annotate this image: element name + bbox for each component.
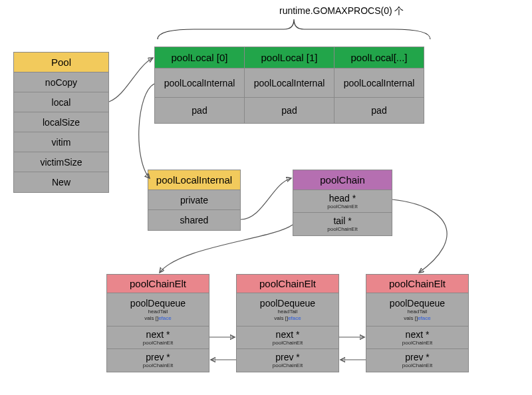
pool-field-victimSize: victimSize: [14, 152, 108, 172]
pool-local-dots-head: poolLocal[...]: [334, 47, 424, 68]
pce0-dq-sub1: headTail: [148, 309, 168, 315]
pool-chain-tail-label: tail *: [333, 215, 351, 226]
pce2-dq-sub1: headTail: [408, 309, 428, 315]
pool-chain-header: poolChain: [293, 170, 392, 190]
pce0-dequeue-label: poolDequeue: [130, 298, 186, 309]
pool-field-local: local: [14, 92, 108, 112]
pool-field-vitim: vitim: [14, 132, 108, 152]
pce2-prev: prev * poolChainElt: [366, 349, 468, 372]
pce2-dq-sub2: vals []eface: [404, 315, 430, 322]
pce1-next: next * poolChainElt: [237, 327, 338, 349]
pce2-dequeue-label: poolDequeue: [390, 298, 445, 309]
pce0-prev: prev * poolChainElt: [107, 349, 209, 372]
pce1-prev-sub: poolChainElt: [273, 362, 303, 369]
pce0-next: next * poolChainElt: [107, 327, 209, 349]
pce1-dq-sub2: vals []eface: [274, 315, 301, 322]
pce1-dequeue-label: poolDequeue: [260, 298, 315, 309]
pce0-header: poolChainElt: [107, 275, 209, 293]
pool-chain-elt-2: poolChainElt poolDequeue headTail vals […: [366, 274, 469, 372]
pli-shared: shared: [148, 210, 240, 230]
pool-chain-head-sub: poolChainElt: [327, 203, 357, 210]
pce0-dq-sub2: vals []eface: [144, 315, 171, 322]
pli-header: poolLocalInternal: [148, 170, 240, 190]
pce1-prev-label: prev *: [275, 352, 300, 362]
pce2-header: poolChainElt: [366, 275, 468, 293]
pool-struct: Pool noCopy local localSize vitim victim…: [13, 52, 109, 193]
pce0-prev-label: prev *: [146, 352, 170, 362]
pce2-prev-sub: poolChainElt: [402, 362, 432, 369]
pce1-dequeue: poolDequeue headTail vals []eface: [237, 293, 338, 327]
pool-chain-tail: tail * poolChainElt: [293, 213, 392, 235]
pool-local-array: poolLocal [0] poolLocalInternal pad pool…: [154, 47, 426, 124]
pli-private: private: [148, 190, 240, 210]
pool-chain-elt-row: poolChainElt poolDequeue headTail vals […: [106, 274, 469, 372]
pce1-next-sub: poolChainElt: [273, 340, 303, 346]
pce2-dequeue: poolDequeue headTail vals []eface: [366, 293, 468, 327]
pce1-header: poolChainElt: [237, 275, 338, 293]
pce2-next-sub: poolChainElt: [402, 340, 432, 346]
pool-local-0-internal: poolLocalInternal: [155, 68, 244, 98]
brace-icon: [154, 16, 434, 43]
pool-local-dots-internal: poolLocalInternal: [334, 68, 424, 98]
pool-local-1-pad: pad: [245, 98, 334, 123]
pool-chain-struct: poolChain head * poolChainElt tail * poo…: [293, 170, 392, 236]
pce2-prev-label: prev *: [405, 352, 430, 362]
pce1-next-label: next *: [276, 329, 300, 340]
pool-local-1-head: poolLocal [1]: [245, 47, 334, 68]
pool-header: Pool: [14, 53, 108, 72]
pool-local-0-pad: pad: [155, 98, 244, 123]
pool-local-dots-pad: pad: [334, 98, 424, 123]
pool-chain-elt-1: poolChainElt poolDequeue headTail vals […: [236, 274, 339, 372]
pool-local-internal-struct: poolLocalInternal private shared: [148, 170, 241, 231]
pce1-prev: prev * poolChainElt: [237, 349, 338, 372]
pool-local-1-internal: poolLocalInternal: [245, 68, 334, 98]
pce2-next-label: next *: [406, 329, 430, 340]
pool-field-localSize: localSize: [14, 112, 108, 132]
pool-local-0-head: poolLocal [0]: [155, 47, 244, 68]
pce0-next-label: next *: [146, 329, 170, 340]
pce0-prev-sub: poolChainElt: [143, 362, 173, 369]
pool-field-New: New: [14, 172, 108, 192]
pce0-next-sub: poolChainElt: [143, 340, 173, 346]
pce2-next: next * poolChainElt: [366, 327, 468, 349]
pool-chain-head: head * poolChainElt: [293, 190, 392, 213]
pce1-dq-sub1: headTail: [278, 309, 298, 315]
pool-field-noCopy: noCopy: [14, 72, 108, 92]
pool-chain-elt-0: poolChainElt poolDequeue headTail vals […: [106, 274, 209, 372]
pce0-dequeue: poolDequeue headTail vals []eface: [107, 293, 209, 327]
pool-chain-head-label: head *: [329, 193, 356, 203]
pool-chain-tail-sub: poolChainElt: [327, 226, 357, 233]
